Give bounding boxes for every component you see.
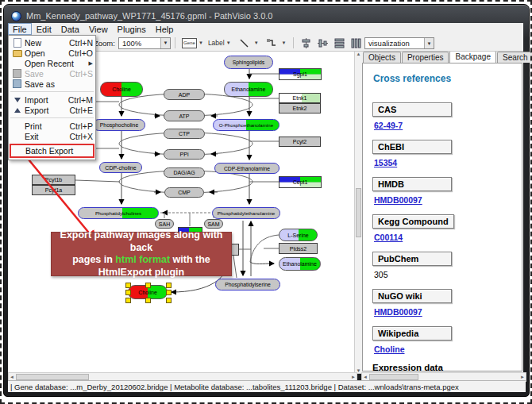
node-l-serine[interactable]: L-Serine xyxy=(279,229,318,241)
menubar-item-help[interactable]: Help xyxy=(151,24,179,34)
menubar-item-file[interactable]: File xyxy=(8,23,32,35)
menubar-item-plugins[interactable]: Plugins xyxy=(113,24,151,34)
connector-tool-button[interactable]: ▼ xyxy=(262,37,288,49)
node-label: Etnk1 xyxy=(293,95,307,101)
node-cdp-choline[interactable]: CDP-choline xyxy=(99,162,142,173)
new-datanode-button[interactable]: Gene ▼ xyxy=(180,37,205,49)
new-label-button[interactable]: Label ▼ xyxy=(206,37,233,49)
menu-shortcut: Ctrl+S xyxy=(70,69,93,79)
node-dag-ag[interactable]: DAG/AG xyxy=(164,167,205,178)
backpage-content[interactable]: Cross references CAS62-49-7ChEBI15354HMD… xyxy=(362,63,522,371)
node-label: Phosphatidylserine xyxy=(225,282,270,287)
node-ctp[interactable]: CTP xyxy=(164,129,205,139)
node-atp[interactable]: ATP xyxy=(164,110,205,121)
selection-handle[interactable] xyxy=(166,290,172,295)
scrollbar-thumb[interactable] xyxy=(356,188,361,237)
xref-link[interactable]: C00114 xyxy=(374,233,512,242)
xref-link[interactable]: HMDB00097 xyxy=(374,307,512,317)
distribute-vertical-icon[interactable] xyxy=(333,37,345,49)
node-phosphatidylcholines[interactable]: Phosphatidylcholines xyxy=(78,207,159,219)
align-center-horizontal-icon[interactable] xyxy=(300,37,312,49)
menu-item-export[interactable]: ExportCtrl+E xyxy=(9,105,95,115)
tab-search[interactable]: Search xyxy=(497,52,532,63)
node-ethanolamine[interactable]: Ethanolamine xyxy=(279,257,321,271)
chevron-down-icon[interactable]: ▼ xyxy=(160,38,170,48)
menu-item-open[interactable]: OpenCtrl+O xyxy=(9,48,95,58)
scrollbar-thumb[interactable] xyxy=(369,374,418,380)
xref-link[interactable]: Choline xyxy=(374,344,512,354)
menu-item-import[interactable]: ImportCtrl+M xyxy=(9,94,95,105)
menu-item-open-recent[interactable]: Open Recent▶ xyxy=(9,58,95,68)
node-choline[interactable]: Choline xyxy=(100,82,143,97)
node-pcyt2[interactable]: Pcyt2 xyxy=(279,137,321,147)
node-cdp-ethanolamine[interactable]: CDP-Ethanolamine xyxy=(214,163,279,174)
node-label: PPi xyxy=(180,152,189,157)
node-pcyt1a[interactable]: Pcyt1a xyxy=(32,185,75,195)
scroll-left-icon[interactable]: ◄ xyxy=(10,375,14,379)
node-sphingolipids[interactable]: Sphingolipids xyxy=(224,56,273,69)
scroll-up-icon[interactable]: ▲ xyxy=(357,52,361,56)
node-pcyt1b[interactable]: Pcyt1b xyxy=(32,175,75,185)
chevron-down-icon[interactable]: ▼ xyxy=(226,40,231,45)
chevron-down-icon[interactable]: ▼ xyxy=(282,40,287,45)
node-label: CDP-choline xyxy=(105,164,136,170)
menu-item-save[interactable]: SaveCtrl+S xyxy=(9,68,95,79)
tab-properties[interactable]: Properties xyxy=(402,52,449,63)
distribute-horizontal-icon[interactable] xyxy=(350,37,362,49)
menu-item-batch-export[interactable]: Batch Export xyxy=(10,144,94,158)
node-sam[interactable]: SAM xyxy=(204,219,223,229)
node-phosphatidylserine[interactable]: Phosphatidylserine xyxy=(215,279,280,290)
xref-link[interactable]: 15354 xyxy=(374,158,512,167)
title-bar[interactable]: Mm_Kennedy_pathway_WP1771_45176.gpml - P… xyxy=(11,9,511,23)
tab-backpage[interactable]: Backpage xyxy=(449,51,495,63)
zoom-combobox[interactable]: 100% ▼ xyxy=(118,37,171,49)
xref-title: PubChem xyxy=(372,252,452,266)
xref-link[interactable]: HMDB00097 xyxy=(374,195,512,205)
scrollbar-thumb[interactable] xyxy=(16,374,89,380)
align-center-vertical-icon[interactable] xyxy=(317,37,329,49)
selection-handle[interactable] xyxy=(125,298,131,303)
menubar-item-data[interactable]: Data xyxy=(56,24,84,34)
node-o-phosphoethanolamine[interactable]: O-Phosphoethanolamine xyxy=(213,119,279,131)
selection-handle[interactable] xyxy=(166,283,172,288)
selection-handle[interactable] xyxy=(125,283,131,288)
menubar-item-view[interactable]: View xyxy=(84,24,113,34)
scroll-right-icon[interactable]: ► xyxy=(351,375,356,379)
menu-item-new[interactable]: NewCtrl+N xyxy=(9,37,95,48)
chevron-down-icon[interactable]: ▼ xyxy=(199,40,203,45)
menu-item-exit[interactable]: ExitCtrl+X xyxy=(9,131,95,141)
menu-item-save-as[interactable]: Save as xyxy=(9,79,95,89)
selection-handle[interactable] xyxy=(166,298,172,303)
node-label: Phosphatidylethanolamine xyxy=(218,210,276,216)
menu-item-print[interactable]: PrintCtrl+P xyxy=(9,121,95,131)
node-sah[interactable]: SAH xyxy=(155,219,174,229)
scroll-right-icon[interactable]: ► xyxy=(520,375,525,379)
visualization-combobox[interactable]: visualization ▼ xyxy=(364,37,434,49)
gene-node-icon: Gene xyxy=(182,38,197,48)
node-adp[interactable]: ADP xyxy=(164,89,205,100)
menubar-item-edit[interactable]: Edit xyxy=(32,24,56,34)
node-phosphatidylethanolamine[interactable]: Phosphatidylethanolamine xyxy=(212,207,280,219)
node-label: Etnk2 xyxy=(293,106,307,111)
menu-item-label: Open Recent xyxy=(25,59,89,68)
import-icon xyxy=(12,94,22,106)
line-tool-button[interactable]: ▼ xyxy=(234,37,260,49)
tab-objects[interactable]: Objects xyxy=(363,52,401,63)
node-phosphocholine[interactable]: Phosphocholine xyxy=(93,119,145,131)
node-etnk2[interactable]: Etnk2 xyxy=(279,103,321,114)
selection-handle[interactable] xyxy=(125,290,131,295)
status-text: | Gene database: ...m_Derby_20120602.bri… xyxy=(10,383,459,391)
node-ethanolamine[interactable]: Ethanolamine xyxy=(224,82,273,97)
scroll-left-icon[interactable]: ◄ xyxy=(363,375,368,379)
node-sgpl1[interactable]: Sgpl1 xyxy=(279,68,322,80)
chevron-down-icon[interactable]: ▼ xyxy=(424,38,434,48)
node-cept1[interactable]: Cept1 xyxy=(279,176,322,188)
selection-handle[interactable] xyxy=(145,283,151,288)
node-cmp[interactable]: CMP xyxy=(164,187,204,198)
node-etnk1[interactable]: Etnk1 xyxy=(279,93,321,103)
selection-handle[interactable] xyxy=(145,298,151,303)
chevron-down-icon[interactable]: ▼ xyxy=(254,40,259,45)
xref-link[interactable]: 62-49-7 xyxy=(374,121,512,130)
node-ptdss2[interactable]: Ptdss2 xyxy=(279,243,318,254)
node-ppi[interactable]: PPi xyxy=(164,149,205,160)
